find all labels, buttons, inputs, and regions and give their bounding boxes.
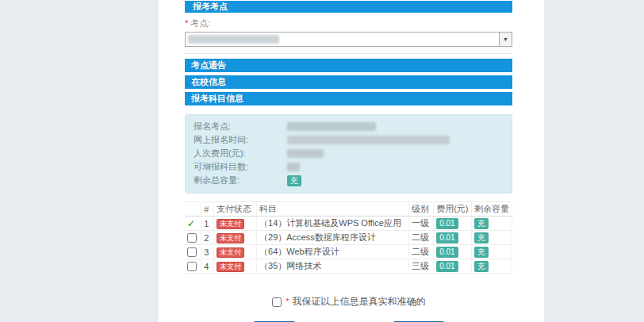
accordion-site-notice[interactable]: 考点通告 bbox=[185, 59, 512, 72]
capacity-badge[interactable]: 充 bbox=[474, 218, 489, 229]
info-row-site: 报名考点: bbox=[194, 120, 504, 133]
registration-info-panel: 报名考点: 网上报名时间: 人次费用(元): 可增报科目数: 剩余总容量: 充 bbox=[185, 114, 512, 194]
capacity-badge: 充 bbox=[287, 175, 301, 186]
subject-checkbox[interactable] bbox=[187, 247, 197, 257]
info-row-fee: 人次费用(元): bbox=[194, 147, 504, 160]
status-badge: 未支付 bbox=[217, 247, 244, 258]
divider bbox=[185, 53, 512, 54]
row-index: 4 bbox=[201, 259, 214, 274]
info-value-redacted bbox=[287, 163, 300, 171]
fee-badge: 0.01 bbox=[436, 247, 458, 258]
capacity-badge[interactable]: 充 bbox=[474, 261, 489, 272]
subject-level: 三级 bbox=[408, 259, 433, 274]
exam-site-selected-value-redacted bbox=[188, 35, 279, 44]
table-row: 2 未支付 （29）Access数据库程序设计 二级 0.01 充 bbox=[185, 231, 512, 245]
required-mark: * bbox=[286, 297, 289, 306]
info-label: 网上报名时间: bbox=[194, 134, 287, 146]
table-row: ✓ 1 未支付 （14）计算机基础及WPS Office应用 一级 0.01 充 bbox=[185, 217, 512, 231]
accordion-school-info[interactable]: 在校信息 bbox=[185, 75, 512, 89]
subject-level: 一级 bbox=[408, 217, 433, 231]
capacity-badge[interactable]: 充 bbox=[474, 232, 489, 243]
info-value-redacted bbox=[287, 136, 450, 144]
header-subject: 科目 bbox=[257, 202, 409, 217]
info-value-redacted bbox=[287, 122, 376, 131]
header-capacity: 剩余容量 bbox=[471, 202, 512, 217]
header-fee: 费用(元) bbox=[434, 202, 472, 217]
table-header-row: # 支付状态 科目 级别 费用(元) 剩余容量 bbox=[185, 202, 512, 217]
info-label: 可增报科目数: bbox=[194, 161, 287, 173]
header-status: 支付状态 bbox=[213, 202, 256, 217]
header-index: # bbox=[201, 202, 214, 217]
info-value-redacted bbox=[287, 149, 324, 158]
fee-badge: 0.01 bbox=[436, 261, 458, 272]
table-row: 3 未支付 （64）Web程序设计 二级 0.01 充 bbox=[185, 245, 512, 259]
chevron-down-icon[interactable]: ▼ bbox=[499, 33, 512, 46]
capacity-badge[interactable]: 充 bbox=[474, 247, 489, 258]
subject-level: 二级 bbox=[408, 231, 433, 245]
row-index: 1 bbox=[201, 217, 214, 231]
subject-name: （64）Web程序设计 bbox=[257, 245, 409, 259]
subject-name: （14）计算机基础及WPS Office应用 bbox=[257, 217, 409, 231]
row-index: 2 bbox=[201, 231, 214, 245]
info-label: 报名考点: bbox=[194, 121, 287, 132]
fee-badge: 0.01 bbox=[436, 232, 458, 243]
header-checkbox-col bbox=[185, 202, 201, 217]
required-mark: * bbox=[185, 18, 188, 28]
info-row-capacity: 剩余总容量: 充 bbox=[194, 174, 504, 187]
header-level: 级别 bbox=[408, 202, 433, 217]
agreement-row: * 我保证以上信息是真实和准确的 bbox=[185, 295, 512, 309]
info-row-time: 网上报名时间: bbox=[194, 133, 504, 147]
subject-level: 二级 bbox=[408, 245, 433, 259]
subject-name: （35）网络技术 bbox=[257, 259, 409, 274]
subject-checkbox[interactable] bbox=[187, 262, 197, 271]
status-badge: 未支付 bbox=[217, 262, 244, 272]
status-badge: 未支付 bbox=[217, 219, 244, 229]
subject-checkbox[interactable] bbox=[187, 233, 197, 243]
exam-site-select[interactable]: ▼ bbox=[185, 32, 512, 47]
subjects-table: # 支付状态 科目 级别 费用(元) 剩余容量 ✓ 1 未支付 （14）计算机基… bbox=[185, 201, 512, 274]
registration-form-card: 报考考点 * 考点: ▼ 考点通告 在校信息 报考科目信息 报名考点: 网上报名… bbox=[159, 0, 544, 322]
agreement-text: 我保证以上信息是真实和准确的 bbox=[292, 295, 425, 309]
subject-name: （29）Access数据库程序设计 bbox=[257, 231, 409, 245]
row-index: 3 bbox=[201, 245, 214, 259]
accordion-subject-info[interactable]: 报考科目信息 bbox=[185, 92, 512, 105]
status-badge: 未支付 bbox=[217, 233, 244, 243]
table-row: 4 未支付 （35）网络技术 三级 0.01 充 bbox=[185, 259, 512, 274]
info-label: 人次费用(元): bbox=[194, 148, 287, 159]
info-label: 剩余总容量: bbox=[194, 174, 287, 186]
info-row-extra-subjects: 可增报科目数: bbox=[194, 160, 504, 174]
exam-site-field-label: * 考点: bbox=[185, 17, 512, 29]
exam-site-label-text: 考点: bbox=[190, 18, 210, 28]
page-title: 报考考点 bbox=[185, 1, 512, 13]
agreement-checkbox[interactable] bbox=[272, 297, 282, 307]
fee-badge: 0.01 bbox=[436, 218, 458, 229]
check-icon[interactable]: ✓ bbox=[187, 218, 195, 229]
